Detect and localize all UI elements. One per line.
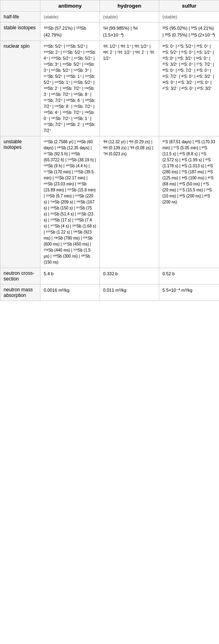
column-header-antimony: antimony — [41, 0, 100, 12]
cell-neutron-mass-absorption-antimony: 0.0016 m²/kg — [41, 284, 100, 301]
row-nuclear-spin: nuclear spin ¹⁰³Sb: 5/2⁺ | ¹⁰⁵Sb: 5/2⁺ |… — [0, 41, 219, 136]
cell-neutron-mass-absorption-sulfur: 5.5×10⁻⁴ m²/kg — [159, 284, 219, 301]
row-label-nuclear-spin: nuclear spin — [0, 41, 41, 136]
cell-unstable-isotopes-sulfur: ³⁵S (87.51 days) | ³⁸S (170.33 min) | ³⁷… — [159, 136, 219, 268]
cell-stable-isotopes-hydrogen: ¹H (99.985%) | ²H (1.5×10⁻⁴) — [100, 22, 159, 41]
cell-nuclear-spin-hydrogen: ¹H: 1/2⁺ | ²H: 1⁺ | ³H: 1/2⁺ | ⁴H: 2⁻ | … — [100, 41, 159, 136]
column-header-hydrogen: hydrogen — [100, 0, 159, 12]
cell-neutron-cross-section-hydrogen: 0.332 b — [100, 268, 159, 284]
row-label-unstable-isotopes: unstable isotopes — [0, 136, 41, 268]
cell-neutron-cross-section-antimony: 5.4 b — [41, 268, 100, 284]
cell-half-life-antimony: (stable) — [41, 12, 100, 22]
cell-neutron-mass-absorption-hydrogen: 0.011 m²/kg — [100, 284, 159, 301]
cell-unstable-isotopes-antimony: ¹²⁵Sb (2.7586 yr) | ¹²⁴Sb (60 days) | ¹²… — [41, 136, 100, 268]
row-label-stable-isotopes: stable isotopes — [0, 22, 41, 41]
cell-nuclear-spin-antimony: ¹⁰³Sb: 5/2⁺ | ¹⁰⁵Sb: 5/2⁺ | ¹⁰⁶Sb: 2⁺ | … — [41, 41, 100, 136]
cell-stable-isotopes-antimony: ¹²¹Sb (57.21%) | ¹²³Sb (42.79%) — [41, 22, 100, 41]
column-header-sulfur: sulfur — [159, 0, 219, 12]
row-label-neutron-cross-section: neutron cross-section — [0, 268, 41, 284]
cell-half-life-hydrogen: (stable) — [100, 12, 159, 22]
cell-unstable-isotopes-hydrogen: ³H (12.32 yr) | ⁶H (0.29 zs) | ⁴H (0.139… — [100, 136, 159, 268]
cell-stable-isotopes-sulfur: ³²S (95.02%) | ³⁴S (4.21%) | ³³S (0.75%)… — [159, 22, 219, 41]
cell-neutron-cross-section-sulfur: 0.52 b — [159, 268, 219, 284]
row-unstable-isotopes: unstable isotopes ¹²⁵Sb (2.7586 yr) | ¹²… — [0, 136, 219, 268]
row-neutron-cross-section: neutron cross-section 5.4 b 0.332 b 0.52… — [0, 268, 219, 284]
cell-nuclear-spin-sulfur: ²⁶S: 0⁺ | ²⁷S: 5/2⁺ | ²⁸S: 0⁺ | ²⁹S: 5/2… — [159, 41, 219, 136]
row-label-neutron-mass-absorption: neutron mass absorption — [0, 284, 41, 301]
row-neutron-mass-absorption: neutron mass absorption 0.0016 m²/kg 0.0… — [0, 284, 219, 301]
row-half-life: half-life (stable) (stable) (stable) — [0, 12, 219, 22]
cell-half-life-sulfur: (stable) — [159, 12, 219, 22]
column-header-empty — [0, 0, 41, 12]
row-label-half-life: half-life — [0, 12, 41, 22]
row-stable-isotopes: stable isotopes ¹²¹Sb (57.21%) | ¹²³Sb (… — [0, 22, 219, 41]
